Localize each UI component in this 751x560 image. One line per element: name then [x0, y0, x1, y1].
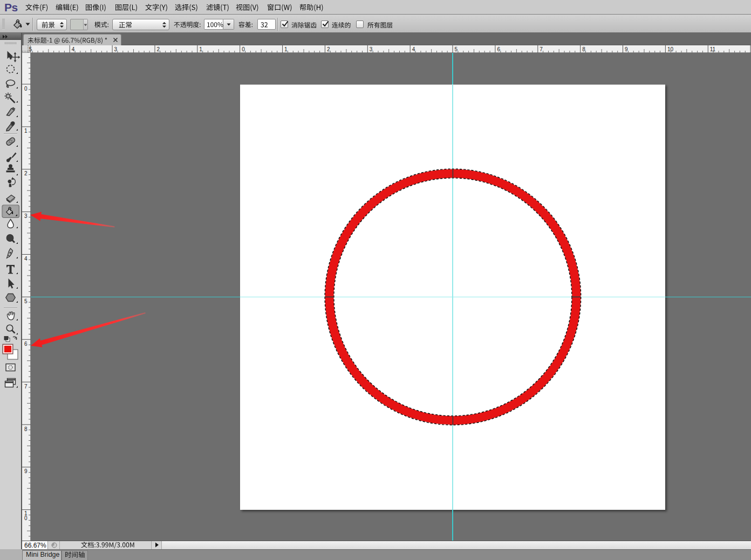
- svg-text:10: 10: [667, 46, 674, 52]
- svg-text:11: 11: [710, 46, 716, 52]
- svg-text:7: 7: [24, 384, 28, 390]
- svg-text:9: 9: [625, 46, 628, 52]
- svg-text:5: 5: [455, 46, 458, 52]
- svg-text:8: 8: [24, 426, 28, 432]
- svg-text:7: 7: [540, 46, 543, 52]
- svg-text:0: 0: [24, 515, 28, 521]
- svg-text:9: 9: [24, 468, 28, 474]
- svg-text:0: 0: [242, 46, 245, 52]
- svg-text:1: 1: [284, 46, 288, 52]
- svg-text:4: 4: [412, 46, 415, 52]
- svg-text:8: 8: [582, 46, 585, 52]
- svg-text:1: 1: [199, 46, 202, 52]
- svg-text:3: 3: [370, 46, 373, 52]
- svg-text:6: 6: [497, 46, 500, 52]
- svg-text:2: 2: [327, 46, 330, 52]
